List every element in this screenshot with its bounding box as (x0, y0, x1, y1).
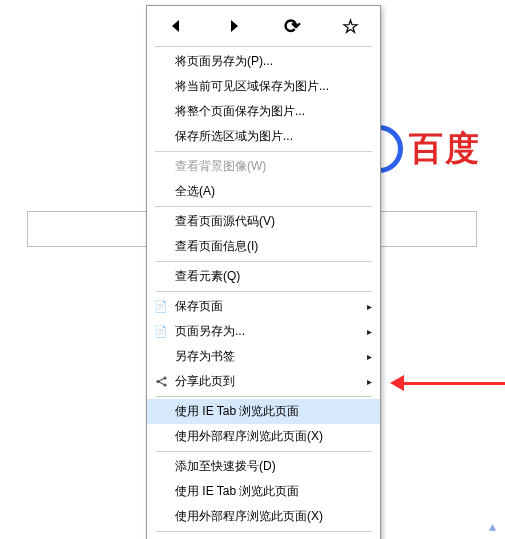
menu-view-source[interactable]: 查看页面源代码(V) (147, 209, 380, 234)
menu-inspect[interactable]: 查看元素(Q) (147, 264, 380, 289)
menu-use-ie-tab-2[interactable]: 使用 IE Tab 浏览此页面 (147, 479, 380, 504)
baidu-logo-text: 百度 (409, 126, 481, 172)
menu-view-info[interactable]: 查看页面信息(I) (147, 234, 380, 259)
separator (155, 261, 372, 262)
separator (155, 151, 372, 152)
menu-use-external-2[interactable]: 使用外部程序浏览此页面(X) (147, 504, 380, 529)
submenu-arrow-icon: ▸ (367, 376, 372, 387)
svg-line-3 (158, 378, 165, 382)
menu-save-as-bookmark[interactable]: 另存为书签 ▸ (147, 344, 380, 369)
separator (155, 451, 372, 452)
star-icon: ☆ (342, 15, 359, 38)
separator (155, 531, 372, 532)
separator (155, 396, 372, 397)
menu-use-firebug[interactable]: 使用 Firebug 查看元素 (147, 534, 380, 539)
submenu-arrow-icon: ▸ (367, 301, 372, 312)
back-button[interactable] (164, 14, 188, 38)
menu-select-all[interactable]: 全选(A) (147, 179, 380, 204)
separator (155, 46, 372, 47)
menu-share-page[interactable]: 分享此页到 ▸ (147, 369, 380, 394)
save-page-icon: 📄 (153, 299, 169, 315)
menu-save-visible-as-image[interactable]: 将当前可见区域保存为图片... (147, 74, 380, 99)
forward-button[interactable] (222, 14, 246, 38)
menu-use-ie-tab[interactable]: 使用 IE Tab 浏览此页面 (147, 399, 380, 424)
reload-button[interactable]: ⟳ (281, 14, 305, 38)
bookmark-button[interactable]: ☆ (339, 14, 363, 38)
menu-use-external-1[interactable]: 使用外部程序浏览此页面(X) (147, 424, 380, 449)
reload-icon: ⟳ (284, 14, 301, 38)
menu-save-page-as[interactable]: 将页面另存为(P)... (147, 49, 380, 74)
menu-toolbar: ⟳ ☆ (147, 8, 380, 44)
annotation-arrow (390, 378, 505, 388)
menu-page-save-as[interactable]: 📄 页面另存为... ▸ (147, 319, 380, 344)
menu-save-selection-as-image[interactable]: 保存所选区域为图片... (147, 124, 380, 149)
menu-save-page[interactable]: 📄 保存页面 ▸ (147, 294, 380, 319)
context-menu: ⟳ ☆ 将页面另存为(P)... 将当前可见区域保存为图片... 将整个页面保存… (146, 5, 381, 539)
back-icon (167, 17, 185, 35)
page-save-as-icon: 📄 (153, 324, 169, 340)
forward-icon (225, 17, 243, 35)
menu-view-bg-image: 查看背景图像(W) (147, 154, 380, 179)
svg-line-4 (158, 382, 165, 386)
menu-save-whole-page-as-image[interactable]: 将整个页面保存为图片... (147, 99, 380, 124)
submenu-arrow-icon: ▸ (367, 326, 372, 337)
submenu-arrow-icon: ▸ (367, 351, 372, 362)
menu-add-speed-dial[interactable]: 添加至快速拨号(D) (147, 454, 380, 479)
separator (155, 291, 372, 292)
share-icon (153, 374, 169, 390)
separator (155, 206, 372, 207)
scroll-up-icon[interactable]: ▴ (484, 518, 500, 534)
